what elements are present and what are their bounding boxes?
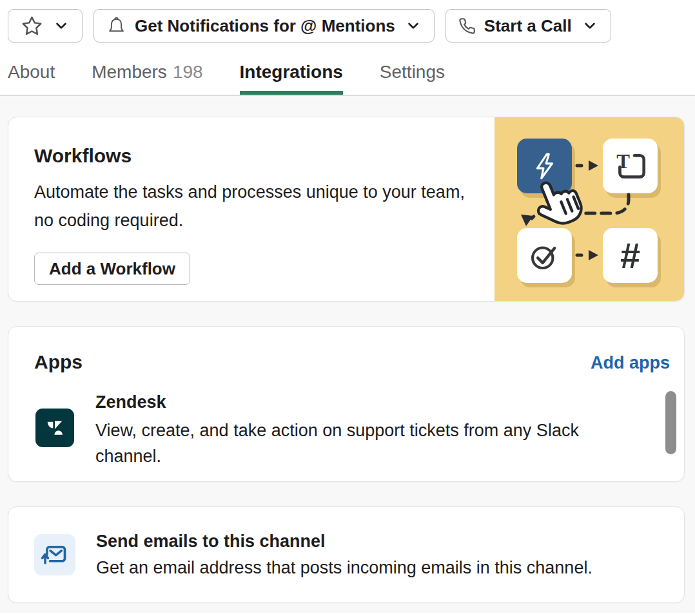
- app-name: Zendesk: [95, 392, 647, 412]
- members-count: 198: [173, 62, 203, 82]
- tab-about-label: About: [8, 62, 55, 82]
- tab-members-label: Members: [92, 62, 167, 82]
- apps-title: Apps: [34, 351, 83, 373]
- tab-integrations[interactable]: Integrations: [240, 62, 343, 95]
- channel-toolbar: Get Notifications for @ Mentions Start a…: [0, 0, 695, 43]
- workflows-card: Workflows Automate the tasks and process…: [8, 117, 685, 302]
- tab-members[interactable]: Members198: [92, 62, 202, 95]
- incoming-email-icon: [34, 534, 75, 575]
- apps-card: Apps Add apps Zendesk View, create, a: [8, 326, 685, 482]
- chevron-down-icon: [405, 17, 422, 34]
- apps-list: Zendesk View, create, and take action on…: [8, 392, 684, 474]
- phone-icon: [458, 17, 476, 35]
- channel-detail-tabs: About Members198 Integrations Settings: [0, 43, 695, 96]
- app-item-zendesk[interactable]: Zendesk View, create, and take action on…: [35, 392, 684, 469]
- tab-about[interactable]: About: [8, 62, 55, 95]
- cursor-hand-icon: [530, 174, 592, 233]
- notifications-button[interactable]: Get Notifications for @ Mentions: [93, 9, 435, 43]
- start-call-button[interactable]: Start a Call: [445, 9, 611, 43]
- tab-settings[interactable]: Settings: [380, 62, 445, 95]
- chevron-down-icon: [582, 17, 598, 34]
- scrollbar-thumb[interactable]: [665, 391, 676, 454]
- start-call-button-label: Start a Call: [484, 16, 572, 36]
- workflows-description: Automate the tasks and processes unique …: [34, 178, 473, 235]
- bell-icon: [106, 16, 126, 36]
- integrations-panel: Workflows Automate the tasks and process…: [0, 96, 695, 613]
- tab-integrations-label: Integrations: [240, 62, 343, 82]
- workflows-illustration: T #: [494, 117, 684, 301]
- tab-settings-label: Settings: [380, 62, 445, 82]
- workflows-title: Workflows: [34, 145, 473, 167]
- send-emails-title: Send emails to this channel: [96, 532, 592, 552]
- send-emails-card[interactable]: Send emails to this channel Get an email…: [8, 506, 685, 603]
- chevron-down-icon: [53, 17, 70, 34]
- notifications-button-label: Get Notifications for @ Mentions: [135, 16, 395, 36]
- add-apps-link[interactable]: Add apps: [591, 353, 670, 373]
- add-workflow-button[interactable]: Add a Workflow: [34, 253, 190, 285]
- zendesk-logo: [35, 409, 74, 447]
- send-emails-description: Get an email address that posts incoming…: [96, 558, 592, 578]
- app-description: View, create, and take action on support…: [95, 418, 647, 469]
- workflows-card-text: Workflows Automate the tasks and process…: [8, 117, 473, 285]
- star-channel-button[interactable]: [8, 9, 83, 43]
- star-icon: [21, 15, 43, 37]
